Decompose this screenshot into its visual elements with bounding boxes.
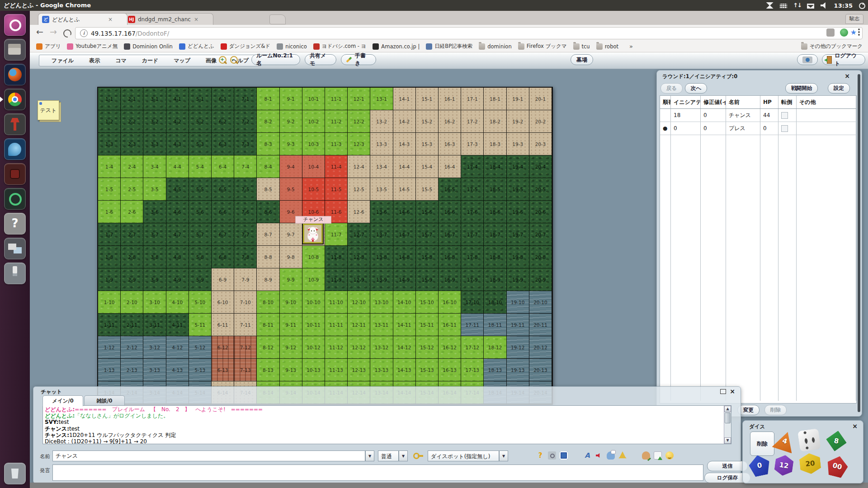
d4-die[interactable]: 4 bbox=[772, 428, 798, 454]
browser-tab[interactable]: HJdndgd_mm2_chanc× bbox=[124, 13, 213, 25]
map-cell[interactable]: 9-7 bbox=[280, 223, 302, 246]
cutin-icon[interactable] bbox=[630, 451, 638, 460]
map-cell[interactable]: 7-5 bbox=[234, 178, 257, 201]
map-cell[interactable]: 15-6 bbox=[416, 201, 439, 223]
bookmark-item[interactable]: アプリ bbox=[36, 43, 61, 50]
keyboard-icon[interactable] bbox=[780, 4, 787, 9]
map-cell[interactable]: 12-12 bbox=[348, 336, 370, 359]
map-cell[interactable]: 13-7 bbox=[370, 223, 393, 246]
map-cell[interactable]: 17-5 bbox=[461, 178, 484, 201]
map-cell[interactable]: 5-11 bbox=[189, 314, 212, 336]
map-cell[interactable]: 5-6 bbox=[189, 201, 212, 223]
map-cell[interactable]: 8-13 bbox=[257, 359, 279, 381]
extension-icon[interactable] bbox=[826, 28, 835, 37]
map-cell[interactable]: 2-12 bbox=[121, 336, 143, 359]
map-cell[interactable]: 18-8 bbox=[484, 246, 506, 268]
close-icon[interactable]: × bbox=[852, 423, 858, 429]
map-cell[interactable]: 4-11 bbox=[166, 314, 189, 336]
map-cell[interactable]: 17-6 bbox=[461, 201, 484, 223]
map-cell[interactable]: 16-4 bbox=[439, 155, 461, 178]
map-cell[interactable]: 12-7 bbox=[348, 223, 370, 246]
map-cell[interactable]: 5-2 bbox=[189, 110, 212, 133]
usb-launcher-icon[interactable] bbox=[4, 263, 26, 284]
map-cell[interactable]: 17-4 bbox=[461, 155, 484, 178]
font-icon[interactable]: A bbox=[583, 451, 591, 460]
map-cell[interactable]: 3-10 bbox=[143, 291, 166, 314]
map-cell[interactable]: 5-4 bbox=[189, 155, 212, 178]
map-cell[interactable]: 2-1 bbox=[121, 88, 143, 110]
table-row[interactable]: 180チャンス44 bbox=[660, 109, 856, 122]
map-cell[interactable]: 1-8 bbox=[98, 246, 121, 268]
indicator-icon[interactable] bbox=[766, 2, 774, 9]
next-button[interactable]: 次へ bbox=[685, 83, 707, 94]
bookmark-item[interactable]: Amazon.co.jp | bbox=[373, 43, 420, 50]
map-cell[interactable]: 5-5 bbox=[189, 178, 212, 201]
map-cell[interactable]: 20-12 bbox=[529, 336, 552, 359]
map-cell[interactable]: 20-7 bbox=[529, 223, 552, 246]
map-cell[interactable]: 1-11 bbox=[98, 314, 121, 336]
map-cell[interactable]: 20-9 bbox=[529, 268, 552, 291]
map-cell[interactable]: 13-13 bbox=[370, 359, 393, 381]
map-cell[interactable]: 2-9 bbox=[121, 268, 143, 291]
map-cell[interactable]: 16-3 bbox=[439, 133, 461, 155]
map-cell[interactable]: 14-12 bbox=[393, 336, 416, 359]
red-tool-launcher-icon[interactable] bbox=[4, 113, 26, 135]
map-cell[interactable]: 11-8 bbox=[325, 246, 348, 268]
map-cell[interactable]: 15-3 bbox=[416, 133, 439, 155]
emote-icon[interactable] bbox=[665, 451, 674, 460]
map-cell[interactable]: 15-13 bbox=[416, 359, 439, 381]
map-cell[interactable]: 4-3 bbox=[166, 133, 189, 155]
map-cell[interactable]: 7-10 bbox=[234, 291, 257, 314]
map-cell[interactable]: 16-2 bbox=[439, 110, 461, 133]
map-cell[interactable]: 10-1 bbox=[302, 88, 325, 110]
map-cell[interactable]: 14-2 bbox=[393, 110, 416, 133]
chat-log[interactable]: どどんとふ:======= プレイルーム 【 No. 2 】 へようこそ! ==… bbox=[42, 405, 731, 444]
scroll-down-icon[interactable]: ▼ bbox=[724, 437, 731, 444]
bookmark-item[interactable]: dominion bbox=[479, 43, 512, 50]
map-cell[interactable]: 17-7 bbox=[461, 223, 484, 246]
map-cell[interactable]: 8-6 bbox=[257, 201, 279, 223]
map-cell[interactable]: 20-4 bbox=[529, 155, 552, 178]
map-cell[interactable]: 15-4 bbox=[416, 155, 439, 178]
map-cell[interactable]: 7-4 bbox=[234, 155, 257, 178]
map-cell[interactable]: 7-11 bbox=[234, 314, 257, 336]
map-cell[interactable]: 9-4 bbox=[280, 155, 302, 178]
map-cell[interactable]: 2-3 bbox=[121, 133, 143, 155]
map-cell[interactable]: 13-11 bbox=[370, 314, 393, 336]
map-cell[interactable]: 7-13 bbox=[234, 359, 257, 381]
map-cell[interactable]: 16-6 bbox=[439, 201, 461, 223]
map-cell[interactable]: 12-2 bbox=[348, 110, 370, 133]
map-cell[interactable]: 6-10 bbox=[212, 291, 234, 314]
bookmarks-overflow-icon[interactable]: » bbox=[629, 43, 633, 50]
map-cell[interactable]: 8-8 bbox=[257, 246, 279, 268]
battle-map[interactable]: 1-12-13-14-15-16-17-18-19-110-111-112-11… bbox=[97, 87, 553, 405]
map-cell[interactable]: 8-11 bbox=[257, 314, 279, 336]
map-cell[interactable]: 2-2 bbox=[121, 110, 143, 133]
map-cell[interactable]: 10-5 bbox=[302, 178, 325, 201]
map-cell[interactable]: 18-4 bbox=[484, 155, 506, 178]
map-cell[interactable]: 12-9 bbox=[348, 268, 370, 291]
bookmark-item[interactable]: ヨドバシ.com - ヨ bbox=[313, 43, 367, 50]
scroll-up-icon[interactable]: ▲ bbox=[724, 406, 731, 412]
map-cell[interactable]: 13-3 bbox=[370, 133, 393, 155]
send-button[interactable]: 送信 bbox=[707, 461, 748, 471]
map-cell[interactable]: 17-8 bbox=[461, 246, 484, 268]
map-cell[interactable]: 9-9 bbox=[280, 268, 302, 291]
map-cell[interactable]: 14-9 bbox=[393, 268, 416, 291]
map-cell[interactable]: 4-5 bbox=[166, 178, 189, 201]
close-icon[interactable]: × bbox=[844, 73, 850, 79]
map-cell[interactable]: 19-13 bbox=[507, 359, 529, 381]
map-cell[interactable]: 10-3 bbox=[302, 133, 325, 155]
bookmark-item[interactable]: robot bbox=[596, 43, 618, 50]
map-cell[interactable]: 12-11 bbox=[348, 314, 370, 336]
graveyard-button[interactable]: 墓場 bbox=[571, 54, 593, 65]
new-tab-button[interactable] bbox=[269, 14, 286, 24]
map-cell[interactable]: 1-2 bbox=[98, 110, 121, 133]
page-info-icon[interactable]: i bbox=[80, 29, 88, 37]
map-cell[interactable]: 6-11 bbox=[212, 314, 234, 336]
map-cell[interactable]: 18-5 bbox=[484, 178, 506, 201]
map-cell[interactable]: 18-6 bbox=[484, 201, 506, 223]
map-cell[interactable]: 9-8 bbox=[280, 246, 302, 268]
handwriting-button[interactable]: 手書き bbox=[341, 54, 376, 65]
map-cell[interactable]: 20-3 bbox=[529, 133, 552, 155]
